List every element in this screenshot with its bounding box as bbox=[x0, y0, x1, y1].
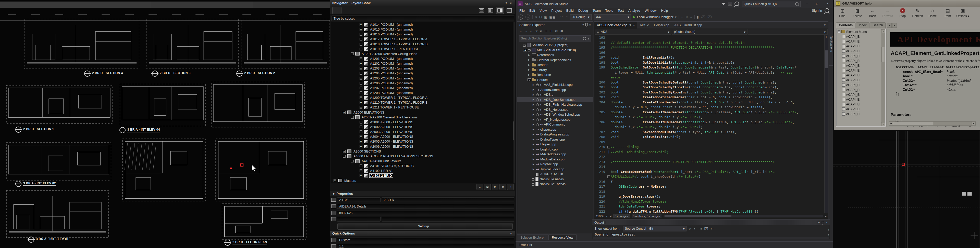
code-line[interactable]: 219 g_DoorErrors.clear(); bbox=[594, 194, 824, 199]
chevron-down-icon[interactable]: ▾ bbox=[509, 232, 513, 235]
solution-tree-item[interactable]: ▶++LogInfo.cpp bbox=[517, 147, 593, 152]
collapse-icon[interactable]: − bbox=[343, 111, 345, 114]
expand-icon[interactable]: + bbox=[360, 87, 363, 89]
new-layout-button[interactable]: ▱ bbox=[476, 184, 483, 190]
code-line[interactable]: 214 bbox=[594, 164, 824, 169]
menu-window[interactable]: Window bbox=[642, 9, 659, 13]
menu-team[interactable]: Team bbox=[590, 9, 603, 13]
help-refresh-button[interactable]: ↻Refresh bbox=[910, 8, 925, 18]
new-file-icon[interactable]: ▱ bbox=[535, 15, 537, 19]
layout-book-item[interactable]: +A1210 TOWER 1 - TYPICAL FLOOR B bbox=[331, 100, 514, 105]
code-line[interactable]: 200bool SortDoorSchedByDefault(const Doo… bbox=[594, 80, 824, 85]
document-tab[interactable]: ADS_DoorSched.cpp⊼× bbox=[594, 22, 637, 28]
layout-name-field[interactable]: 2 BR D bbox=[382, 197, 514, 202]
layout-book-item[interactable]: +A1017 TOWER 1 - TYPICAL FLOOR A bbox=[331, 37, 514, 41]
home-icon[interactable]: ⌂ bbox=[530, 29, 532, 33]
menu-analyze[interactable]: Analyze bbox=[626, 9, 642, 13]
menu-debug[interactable]: Debug bbox=[576, 9, 590, 13]
layout-book-item[interactable]: +A1206 PODIUM - (unnamed) bbox=[331, 81, 514, 85]
step-over-icon[interactable]: ⇥ bbox=[685, 15, 688, 19]
expand-icon[interactable]: + bbox=[360, 67, 363, 70]
menu-edit[interactable]: Edit bbox=[527, 9, 537, 13]
close-icon[interactable]: × bbox=[826, 221, 828, 224]
collapsed-arrow-icon[interactable]: ▶ bbox=[532, 128, 535, 131]
navigate-back-icon[interactable]: ← bbox=[518, 14, 523, 20]
fold-column[interactable] bbox=[607, 55, 611, 60]
wrench-icon[interactable]: ✱ bbox=[560, 29, 563, 33]
help-locate-button[interactable]: ◨Locate bbox=[850, 8, 865, 18]
expanded-arrow-icon[interactable]: ◢ bbox=[523, 49, 527, 51]
undo-icon[interactable]: ↶ bbox=[560, 15, 563, 19]
sync-with-active-document-icon[interactable]: ⇄ bbox=[540, 29, 542, 33]
collapsed-arrow-icon[interactable]: ▶ bbox=[528, 58, 531, 61]
collapsed-arrow-icon[interactable]: ▶ bbox=[532, 143, 535, 145]
scrollbar-thumb[interactable] bbox=[513, 122, 514, 140]
fold-column[interactable] bbox=[607, 189, 611, 194]
solution-tree-item[interactable]: ▶Resource bbox=[517, 72, 593, 77]
help-tree-item[interactable]: ACAPI_El bbox=[837, 107, 885, 112]
expand-icon[interactable]: + bbox=[360, 47, 363, 51]
scroll-up-icon[interactable]: ▲ bbox=[828, 227, 829, 232]
pin-icon[interactable] bbox=[585, 23, 588, 26]
code-line[interactable]: 196 bbox=[594, 50, 824, 55]
fold-column[interactable] bbox=[607, 115, 611, 120]
settings-small-button[interactable]: ✱ bbox=[500, 184, 506, 190]
help-tree-item[interactable]: ACAPI_El bbox=[837, 49, 885, 54]
go-to-next-message-icon[interactable]: ⇥ bbox=[699, 227, 702, 231]
account-avatar-icon[interactable] bbox=[824, 8, 829, 13]
layout-book-item[interactable]: +A1208 PODIUM - (unnamed) bbox=[331, 90, 514, 95]
help-contents-tree[interactable]: −Element Mana ACAPI_ElACAPI_ElACAPI_ElAC… bbox=[836, 29, 886, 126]
code-line[interactable]: 210−//----- dialog bbox=[594, 144, 824, 150]
layer-combination-dropdown[interactable]: Custom bbox=[337, 238, 514, 242]
solution-tree-item[interactable]: ▶++Helper.cpp bbox=[517, 142, 593, 147]
layout-book-item[interactable]: −A2000 ELEVATIONS bbox=[331, 110, 514, 115]
project-chooser-button[interactable] bbox=[332, 7, 342, 14]
help-content-pane[interactable]: API Development Kit ACAPI_Element_GetLin… bbox=[886, 29, 980, 126]
archicad-detail-canvas[interactable] bbox=[833, 131, 980, 248]
code-line[interactable]: 209 bbox=[594, 139, 824, 145]
layout-book-item[interactable]: +A1018 TOWER 1 - TYPICAL FLOOR B bbox=[331, 42, 514, 47]
scrollbar-thumb[interactable] bbox=[665, 215, 732, 217]
solution-tree-item[interactable]: ▶++ADS.c bbox=[517, 92, 593, 97]
help-back-button[interactable]: ←Back bbox=[865, 8, 880, 18]
expand-icon[interactable]: + bbox=[360, 101, 363, 104]
view-map-button[interactable] bbox=[487, 7, 495, 14]
publisher-button[interactable] bbox=[505, 7, 513, 14]
uncomment-icon[interactable]: ⌦ bbox=[708, 15, 712, 19]
layout-id-field[interactable]: A4103 bbox=[337, 197, 380, 202]
output-panel-titlebar[interactable]: Output ▾ × bbox=[592, 220, 830, 225]
changes-indicator[interactable]: 0 changes bbox=[613, 215, 629, 218]
collapse-icon[interactable]: − bbox=[343, 155, 345, 158]
expand-icon[interactable]: + bbox=[334, 179, 336, 182]
scroll-up-icon[interactable]: ▲ bbox=[881, 29, 885, 33]
layout-book-item[interactable]: +A1209 TOWER 1 - TYPICAL FLOOR A bbox=[331, 95, 514, 100]
pin-icon[interactable]: ⊼ bbox=[629, 24, 631, 27]
forward-icon[interactable]: → bbox=[525, 29, 528, 33]
properties-icon[interactable]: ⊞ bbox=[550, 29, 552, 33]
code-line[interactable]: 193 bbox=[594, 35, 824, 40]
expand-icon[interactable]: + bbox=[360, 57, 363, 60]
expand-icon[interactable]: + bbox=[360, 126, 363, 128]
pin-icon[interactable] bbox=[822, 221, 824, 224]
code-line[interactable]: 218 bbox=[594, 189, 824, 194]
collapsed-arrow-icon[interactable]: ▶ bbox=[532, 158, 535, 160]
collapsed-arrow-icon[interactable]: ▶ bbox=[532, 93, 535, 96]
fold-column[interactable] bbox=[607, 60, 611, 65]
type-scope-dropdown[interactable]: (Global Scope) ▾ bbox=[672, 29, 748, 35]
help-tab-search[interactable]: Search bbox=[870, 22, 886, 28]
code-line[interactable]: error bbox=[594, 75, 824, 80]
collapsed-arrow-icon[interactable]: ▶ bbox=[532, 163, 535, 166]
layout-book-item[interactable]: −A4000 ENLARGED PLANS ELEVATIONS SECTION… bbox=[331, 154, 514, 159]
editor-horizontal-scrollbar[interactable] bbox=[663, 215, 823, 218]
extra-property-field-2[interactable] bbox=[382, 217, 514, 221]
chevron-down-icon[interactable]: ▾ bbox=[606, 215, 608, 218]
expand-icon[interactable]: + bbox=[360, 140, 363, 143]
help-tree-item[interactable]: ACAPI_El bbox=[837, 77, 885, 82]
help-tree-item[interactable]: ACAPI_El bbox=[837, 54, 885, 58]
show-all-files-icon[interactable]: <> bbox=[555, 29, 558, 33]
layout-book-tree[interactable]: +A1014 PODIUM - (unnamed)+A1015 PODIUM -… bbox=[331, 22, 515, 183]
comment-icon[interactable]: ⌫ bbox=[701, 15, 705, 19]
solution-tree-item[interactable]: ▶References bbox=[517, 52, 593, 58]
expand-icon[interactable]: + bbox=[360, 135, 363, 138]
expand-icon[interactable]: + bbox=[360, 38, 363, 41]
